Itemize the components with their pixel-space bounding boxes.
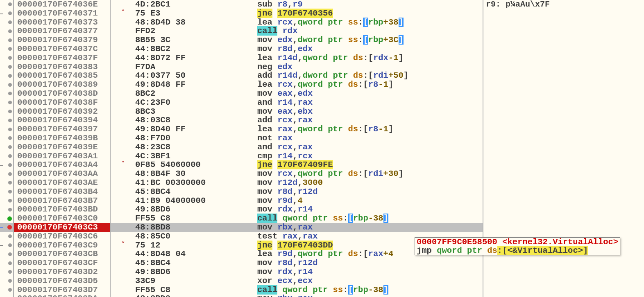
- disasm-row[interactable]: 00000170F6740383F7DAneg edx: [0, 63, 483, 72]
- breakpoint-slot-icon[interactable]: [8, 92, 12, 95]
- breakpoint-slot-icon[interactable]: [8, 190, 12, 194]
- breakpoint-slot-icon[interactable]: [8, 270, 12, 274]
- disasm-row[interactable]: 00000170F67403C648:85C0test rax,rax: [0, 232, 483, 241]
- disasm-row[interactable]: 00000170F67403A14C:3BF1cmp r14,rcx: [0, 152, 483, 161]
- breakpoint-slot-icon[interactable]: [8, 172, 12, 176]
- breakpoint-gutter[interactable]: [0, 169, 14, 178]
- disasm-row[interactable]: 00000170F67403A4˅0F85 54060000jne 170F67…: [0, 160, 483, 169]
- disasm-row[interactable]: 00000170F67403D7FF55 C8call qword ptr ss…: [0, 286, 483, 295]
- breakpoint-slot-icon[interactable]: [8, 56, 12, 60]
- breakpoint-slot-icon[interactable]: [8, 199, 12, 202]
- breakpoint-gutter[interactable]: [0, 205, 14, 214]
- disasm-row[interactable]: 00000170F67403C9˅75 12jne 170F67403DD: [0, 241, 483, 250]
- disasm-row[interactable]: 00000170F674039448:03C8add rcx,rax: [0, 116, 483, 125]
- breakpoint-gutter[interactable]: [0, 187, 14, 196]
- breakpoint-slot-icon[interactable]: [8, 65, 12, 69]
- breakpoint-red-icon[interactable]: [7, 225, 12, 230]
- breakpoint-gutter[interactable]: [0, 9, 14, 18]
- breakpoint-slot-icon[interactable]: [8, 154, 12, 158]
- breakpoint-slot-icon[interactable]: [8, 101, 12, 104]
- disasm-row[interactable]: 00000170F67403CF45:8BC4mov r8d,r12d: [0, 259, 483, 268]
- breakpoint-slot-icon[interactable]: [8, 288, 12, 292]
- breakpoint-slot-icon[interactable]: [8, 47, 12, 51]
- disasm-row[interactable]: 00000170F67403AE41:BC 00300000mov r12d,3…: [0, 178, 483, 187]
- breakpoint-slot-icon[interactable]: [8, 136, 12, 140]
- breakpoint-slot-icon[interactable]: [8, 74, 12, 78]
- breakpoint-gutter[interactable]: [0, 18, 14, 27]
- breakpoint-gutter[interactable]: [0, 294, 14, 297]
- breakpoint-gutter[interactable]: [0, 71, 14, 80]
- breakpoint-gutter[interactable]: [0, 160, 14, 169]
- breakpoint-gutter[interactable]: [0, 152, 14, 161]
- breakpoint-slot-icon[interactable]: [8, 83, 12, 87]
- breakpoint-gutter[interactable]: [0, 27, 14, 36]
- breakpoint-gutter[interactable]: [0, 125, 14, 134]
- disasm-row[interactable]: 00000170F674037F44:8D72 FFlea r14d,qword…: [0, 54, 483, 63]
- breakpoint-slot-icon[interactable]: [8, 243, 12, 247]
- breakpoint-slot-icon[interactable]: [8, 145, 12, 149]
- disasm-row[interactable]: 00000170F674037C44:8BC2mov r8d,edx: [0, 45, 483, 54]
- disasm-row[interactable]: 00000170F6740377FFD2call rdx: [0, 27, 483, 36]
- disasm-row[interactable]: 00000170F674036E4D:2BC1sub r8,r9: [0, 0, 483, 9]
- breakpoint-gutter[interactable]: [0, 178, 14, 187]
- disassembly-pane[interactable]: 00000170F674036E4D:2BC1sub r8,r900000170…: [0, 0, 483, 297]
- breakpoint-slot-icon[interactable]: [8, 110, 12, 113]
- disasm-row[interactable]: 00000170F67403DA48:8BD8mov rbx,rax: [0, 294, 483, 297]
- disasm-row[interactable]: 00000170F67403CB44:8D48 04lea r9d,qword …: [0, 250, 483, 259]
- breakpoint-gutter[interactable]: [0, 232, 14, 241]
- breakpoint-slot-icon[interactable]: [8, 11, 12, 15]
- disasm-row[interactable]: 00000170F67403C348:8BD8mov rbx,rax: [0, 223, 483, 232]
- breakpoint-gutter[interactable]: [0, 196, 14, 205]
- breakpoint-slot-icon[interactable]: [8, 2, 12, 6]
- disasm-row[interactable]: 00000170F67403B741:B9 04000000mov r9d,4: [0, 196, 483, 205]
- breakpoint-gutter[interactable]: [0, 277, 14, 286]
- breakpoint-gutter[interactable]: [0, 241, 14, 250]
- breakpoint-gutter[interactable]: [0, 134, 14, 143]
- breakpoint-slot-icon[interactable]: [8, 181, 12, 184]
- breakpoint-slot-icon[interactable]: [8, 163, 12, 167]
- breakpoint-gutter[interactable]: [0, 214, 14, 223]
- breakpoint-gutter[interactable]: [0, 0, 14, 9]
- disasm-row[interactable]: 00000170F67403AA48:8B4F 30mov rcx,qword …: [0, 169, 483, 178]
- breakpoint-gutter[interactable]: [0, 107, 14, 116]
- disasm-row[interactable]: 00000170F67403C0FF55 C8call qword ptr ss…: [0, 214, 483, 223]
- disasm-row[interactable]: 00000170F67403798B55 3Cmov edx,dword ptr…: [0, 36, 483, 45]
- breakpoint-gutter[interactable]: [0, 98, 14, 107]
- breakpoint-gutter[interactable]: [0, 54, 14, 63]
- disasm-row[interactable]: 00000170F674039E48:23C8and rcx,rax: [0, 143, 483, 152]
- breakpoint-gutter[interactable]: [0, 80, 14, 89]
- disasm-row[interactable]: 00000170F674038544:0377 50add r14d,dword…: [0, 71, 483, 80]
- breakpoint-slot-icon[interactable]: [8, 119, 12, 122]
- disasm-row[interactable]: 00000170F67403BD49:8BD6mov rdx,r14: [0, 205, 483, 214]
- disasm-row[interactable]: 00000170F67403B445:8BC4mov r8d,r12d: [0, 187, 483, 196]
- breakpoint-gutter[interactable]: [0, 45, 14, 54]
- breakpoint-gutter[interactable]: [0, 268, 14, 277]
- breakpoint-gutter[interactable]: [0, 89, 14, 98]
- disasm-row[interactable]: 00000170F67403D249:8BD6mov rdx,r14: [0, 268, 483, 277]
- breakpoint-gutter[interactable]: [0, 36, 14, 45]
- breakpoint-gutter[interactable]: [0, 63, 14, 72]
- disasm-row[interactable]: 00000170F674039749:8D40 FFlea rax,qword …: [0, 125, 483, 134]
- disasm-row[interactable]: 00000170F6740371˄75 E3jne 170F6740356: [0, 9, 483, 18]
- breakpoint-slot-icon[interactable]: [8, 234, 12, 238]
- breakpoint-slot-icon[interactable]: [8, 128, 12, 131]
- disasm-row[interactable]: 00000170F67403D533C9xor ecx,ecx: [0, 277, 483, 286]
- disasm-row[interactable]: 00000170F674038D8BC2mov eax,edx: [0, 89, 483, 98]
- breakpoint-slot-icon[interactable]: [8, 20, 12, 24]
- breakpoint-gutter[interactable]: [0, 259, 14, 268]
- breakpoint-slot-icon[interactable]: [8, 279, 12, 283]
- breakpoint-slot-icon[interactable]: [8, 29, 12, 33]
- breakpoint-slot-icon[interactable]: [8, 252, 12, 256]
- breakpoint-gutter[interactable]: [0, 223, 14, 232]
- breakpoint-gutter[interactable]: [0, 286, 14, 295]
- breakpoint-slot-icon[interactable]: [8, 208, 12, 212]
- breakpoint-gutter[interactable]: [0, 143, 14, 152]
- disasm-row[interactable]: 00000170F674038F4C:23F0and r14,rax: [0, 98, 483, 107]
- disasm-row[interactable]: 00000170F674039B48:F7D0not rax: [0, 134, 483, 143]
- breakpoint-slot-icon[interactable]: [8, 38, 12, 42]
- breakpoint-green-icon[interactable]: [7, 216, 12, 221]
- disasm-row[interactable]: 00000170F674038949:8D48 FFlea rcx,qword …: [0, 80, 483, 89]
- disasm-row[interactable]: 00000170F67403928BC3mov eax,ebx: [0, 107, 483, 116]
- breakpoint-slot-icon[interactable]: [8, 261, 12, 265]
- disasm-row[interactable]: 00000170F674037348:8D4D 38lea rcx,qword …: [0, 18, 483, 27]
